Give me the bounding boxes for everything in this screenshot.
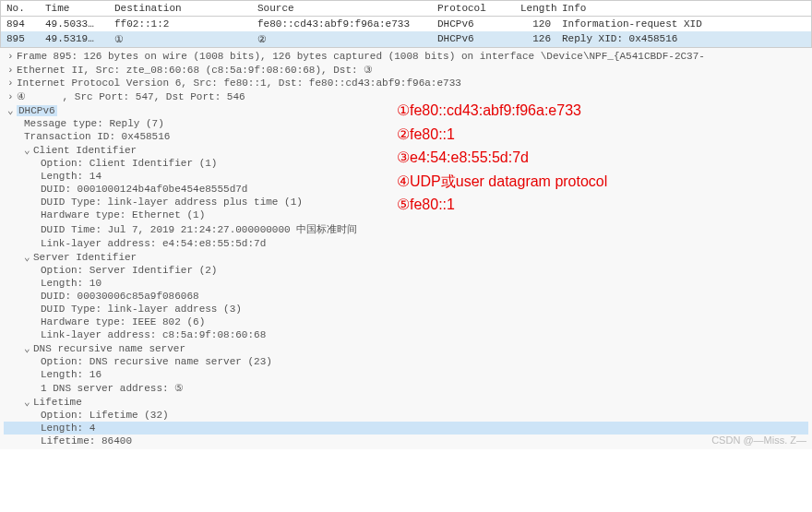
packet-time: 49.5319…	[40, 31, 109, 47]
lifetime-header[interactable]: ⌄Lifetime	[4, 395, 808, 409]
annotation-5: ⑤fe80::1	[397, 193, 607, 217]
client-ll-addr: Link-layer address: e4:54:e8:55:5d:7d	[4, 237, 808, 250]
annotation-4: ④UDP或user datagram protocol	[397, 170, 607, 194]
server-hw-type: Hardware type: IEEE 802 (6)	[4, 316, 808, 328]
packet-row[interactable]: 894 49.5033… ff02::1:2 fe80::cd43:abf9:f…	[1, 17, 811, 31]
col-header-no[interactable]: No.	[1, 1, 40, 16]
packet-info: Information-request XID	[556, 17, 811, 31]
collapse-icon[interactable]: ⌄	[24, 144, 33, 156]
answer-annotations: ①fe80::cd43:abf9:f96a:e733 ②fe80::1 ③e4:…	[397, 99, 607, 217]
server-duid-type: DUID Type: link-layer address (3)	[4, 303, 808, 316]
watermark: CSDN @—Miss. Z—	[711, 435, 806, 446]
dns-header[interactable]: ⌄DNS recursive name server	[4, 341, 808, 355]
col-header-dest[interactable]: Destination	[109, 1, 252, 16]
server-duid: DUID: 00030006c85a9f086068	[4, 290, 808, 303]
packet-list: No. Time Destination Source Protocol Len…	[0, 0, 812, 48]
expand-icon[interactable]: ›	[7, 65, 17, 76]
expand-icon[interactable]: ›	[7, 51, 17, 62]
packet-dest: ①	[109, 31, 252, 47]
packet-src: fe80::cd43:abf9:f96a:e733	[252, 17, 432, 31]
dns-address: 1 DNS server address: ⑤	[4, 381, 808, 395]
annotation-3: ③e4:54:e8:55:5d:7d	[397, 146, 607, 170]
annotation-2: ②fe80::1	[397, 123, 607, 147]
packet-src: ②	[252, 31, 432, 47]
packet-row-selected[interactable]: 895 49.5319… ① ② DHCPv6 126 Reply XID: 0…	[1, 31, 811, 47]
collapse-icon[interactable]: ⌄	[24, 342, 33, 354]
frame-line[interactable]: ›Frame 895: 126 bytes on wire (1008 bits…	[4, 50, 808, 63]
collapse-icon[interactable]: ⌄	[7, 104, 17, 116]
collapse-icon[interactable]: ⌄	[24, 251, 33, 263]
packet-no: 894	[1, 17, 40, 31]
server-id-header[interactable]: ⌄Server Identifier	[4, 250, 808, 264]
col-header-time[interactable]: Time	[40, 1, 109, 16]
packet-list-header: No. Time Destination Source Protocol Len…	[1, 1, 811, 17]
packet-dest: ff02::1:2	[109, 17, 252, 31]
lifetime-option: Option: Lifetime (32)	[4, 409, 808, 422]
packet-details: ›Frame 895: 126 bytes on wire (1008 bits…	[0, 48, 812, 449]
ipv6-line[interactable]: ›Internet Protocol Version 6, Src: fe80:…	[4, 77, 808, 89]
packet-proto: DHCPv6	[432, 17, 515, 31]
server-option: Option: Server Identifier (2)	[4, 264, 808, 277]
ethernet-line[interactable]: ›Ethernet II, Src: zte_08:60:68 (c8:5a:9…	[4, 63, 808, 77]
lifetime-length: Length: 4	[4, 422, 808, 435]
packet-no: 895	[1, 31, 40, 47]
packet-len: 120	[515, 17, 556, 31]
packet-len: 126	[515, 31, 556, 47]
annotation-1: ①fe80::cd43:abf9:f96a:e733	[397, 99, 607, 123]
client-duid-time: DUID Time: Jul 7, 2019 21:24:27.00000000…	[4, 221, 808, 237]
server-ll-addr: Link-layer address: c8:5a:9f:08:60:68	[4, 328, 808, 341]
expand-icon[interactable]: ›	[7, 91, 17, 102]
col-header-src[interactable]: Source	[252, 1, 432, 16]
lifetime-value: Lifetime: 86400	[4, 435, 808, 447]
packet-proto: DHCPv6	[432, 31, 515, 47]
col-header-len[interactable]: Length	[515, 1, 556, 16]
col-header-proto[interactable]: Protocol	[432, 1, 515, 16]
col-header-info[interactable]: Info	[556, 1, 811, 16]
packet-info: Reply XID: 0x458516	[556, 31, 811, 47]
dns-length: Length: 16	[4, 368, 808, 381]
server-length: Length: 10	[4, 277, 808, 290]
packet-time: 49.5033…	[40, 17, 109, 31]
collapse-icon[interactable]: ⌄	[24, 396, 33, 408]
expand-icon[interactable]: ›	[7, 77, 17, 89]
dns-option: Option: DNS recursive name server (23)	[4, 355, 808, 368]
